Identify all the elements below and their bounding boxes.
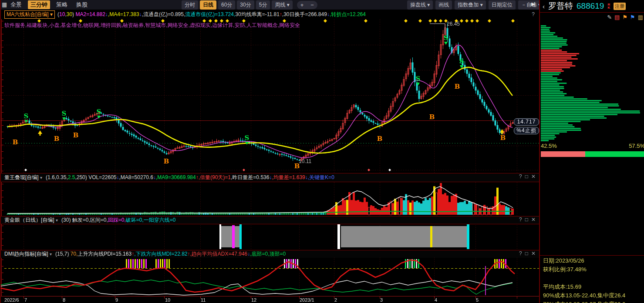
view-tab-switch-stock[interactable]: 换股 (74, 0, 90, 9)
main-chart-canvas[interactable] (1, 19, 539, 173)
period-tab-daily[interactable]: 日线 (200, 0, 216, 10)
x-axis-tick (517, 296, 517, 299)
ratio-green-segment (585, 151, 644, 157)
x-axis-label: 11 (201, 297, 206, 303)
x-axis-tick (62, 296, 62, 299)
flag-blue-icon[interactable]: ⚑ (630, 14, 635, 20)
goldeneye-indicator-values: (30) 触发=0,区间=0,回踩=0,破坏=0,一阳穿六线=0 (61, 216, 175, 224)
period-tab-5min[interactable]: 5分 (256, 0, 270, 10)
dmi-pane-header: DMI趋向指标[自编] ▾ (15,7) 70,上升方向线PDI=15.163↑… (1, 250, 539, 258)
chart-tools-group: 操盘线 ▾画线指数叠加 ▾日期定位－自选 ▾ (407, 0, 544, 10)
edit-pencil-icon[interactable]: ✎ (607, 14, 612, 20)
x-axis-label: 2 (334, 297, 337, 303)
x-axis-label: 12 (251, 297, 256, 303)
dmi-indicator-values: (15,7) 70,上升方向线PDI=15.163↑,下跌方向线MDI=22.8… (55, 250, 286, 258)
register-badge[interactable]: 注册 (614, 3, 626, 10)
help-icon[interactable]: ? (532, 11, 535, 17)
maximize-icon[interactable]: □ (525, 250, 528, 256)
tool-index-overlay[interactable]: 指数叠加 ▾ (455, 0, 486, 10)
chip-info-block: 日期:2023/05/26获利比例:37.48%平均成本:15.6990%成本1… (543, 256, 644, 303)
x-axis-label: 9 (115, 297, 118, 303)
rk-flag: RK (607, 3, 610, 9)
low-price-annotation: 10.11 (299, 158, 311, 164)
last-price-label[interactable]: 14.717 (514, 118, 539, 126)
collapse-panel-icon[interactable]: ▶| (531, 1, 534, 7)
chip-ratio-bar (541, 151, 644, 157)
x-axis-label: 7 (24, 297, 27, 303)
stock-code: 688619 (577, 1, 604, 11)
goldeneye-pane-canvas[interactable] (1, 224, 539, 250)
ratio-red-segment (541, 151, 585, 157)
x-axis-tick (24, 296, 24, 299)
x-axis: 2022/67891011122023/12345 (1, 296, 539, 303)
close-icon[interactable]: ✕ (531, 216, 536, 223)
chip-info-line (543, 274, 644, 283)
tool-draw-line[interactable]: 画线 (435, 0, 452, 10)
flag-orange-icon[interactable]: ⚑ (622, 14, 627, 20)
help-icon[interactable]: ? (519, 250, 522, 256)
help-icon[interactable]: ? (519, 216, 522, 223)
period-tab-fenshi[interactable]: 分时 (182, 0, 198, 10)
panel-divider (540, 255, 644, 256)
goldeneye-indicator-selector[interactable]: 黄金眼（日线）[自编] ▾ (4, 216, 58, 224)
chip-distribution-canvas (541, 24, 644, 142)
panel-icon-row: ✎▤⚑⚑▥ (607, 14, 643, 20)
view-tab-three-min[interactable]: 三分钟 (28, 0, 50, 9)
back-chevron-icon[interactable]: ‹ (543, 3, 545, 10)
x-axis-tick (164, 296, 165, 299)
profit-pct-right: 57.5% (629, 143, 644, 149)
window-grid-icon[interactable]: ▦ (2, 1, 7, 8)
x-axis-label: 4 (435, 297, 437, 303)
help-icon[interactable]: ? (519, 173, 522, 180)
stop-loss-label[interactable]: %4止损 (514, 127, 539, 134)
volume-pane-canvas[interactable] (1, 182, 539, 216)
volume-indicator-selector[interactable]: 量王叠现[自编] ▾ (4, 174, 42, 181)
dmi-pane-canvas[interactable] (1, 258, 539, 296)
stock-name: 罗普特 (548, 0, 573, 12)
stock-header: ‹ 罗普特 688619 RK 注册 (540, 0, 644, 13)
stock-info-panel: ‹ 罗普特 688619 RK 注册 ✎▤⚑⚑▥ 42.5% 57.5% 日期:… (539, 0, 644, 303)
view-tab-group: 全景三分钟策略换股 (8, 0, 90, 10)
x-axis-label: 3 (380, 297, 383, 303)
x-axis-label: 8 (63, 297, 65, 303)
x-axis-label: 5 (476, 297, 479, 303)
volume-indicator-values: (1.6,0.35,2.5,250) VOL=22605↓,MA8=50270.… (46, 174, 334, 181)
volume-pane-header: 量王叠现[自编] ▾ (1.6,0.35,2.5,250) VOL=22605↓… (1, 173, 539, 182)
chip-info-line: 日期:2023/05/26 (543, 256, 644, 265)
view-tab-strategy[interactable]: 策略 (54, 0, 70, 9)
x-axis-label: 2023/1 (300, 297, 314, 303)
tool-trade-line[interactable]: 操盘线 ▾ (407, 0, 433, 10)
zoom-pill: +− (297, 1, 317, 9)
close-icon[interactable]: ✕ (531, 173, 536, 180)
folder-icon[interactable]: ▥ (638, 14, 643, 20)
kline-list-icon[interactable]: ▤ (614, 14, 620, 20)
period-tab-30min[interactable]: 30分 (237, 0, 254, 10)
period-tab-group: 分时日线60分30分5分周线 ▾+− (182, 0, 317, 10)
top-toolbar: ▦ 全景三分钟策略换股 分时日线60分30分5分周线 ▾+− 操盘线 ▾画线指数… (1, 0, 539, 10)
maximize-icon[interactable]: □ (525, 216, 528, 223)
maximize-icon[interactable]: □ (525, 173, 528, 180)
goldeneye-pane-header: 黄金眼（日线）[自编] ▾ (30) 触发=0,区间=0,回踩=0,破坏=0,一… (1, 216, 539, 224)
period-tab-weekly[interactable]: 周线 ▾ (272, 0, 292, 10)
period-tab-60min[interactable]: 60分 (218, 0, 235, 10)
zoom-in-button[interactable]: + (297, 1, 307, 9)
x-axis-label: 2022/6 (4, 297, 19, 303)
chip-info-line: 平均成本:15.69 (543, 283, 644, 291)
chip-info-line: 70%成本13.82-20.97,集中度20.6 (543, 300, 644, 303)
view-tab-panorama[interactable]: 全景 (8, 0, 24, 9)
dmi-indicator-selector[interactable]: DMI趋向指标[自编] ▾ (4, 250, 52, 258)
x-axis-label: 10 (165, 297, 170, 303)
main-indicator-selector[interactable]: MA六线粘合[自编] ▾ (4, 10, 55, 19)
close-icon[interactable]: ✕ (531, 250, 536, 256)
trading-app-window: ▦ 全景三分钟策略换股 分时日线60分30分5分周线 ▾+− 操盘线 ▾画线指数… (0, 0, 644, 303)
chip-info-line: 90%成本13.05-22.40,集中度26.4 (543, 291, 644, 300)
profit-pct-left: 42.5% (541, 143, 557, 149)
main-indicator-values: (10,30) MA2=14.882↓,MA4=17.383↓,流通盘(亿)=0… (57, 11, 366, 18)
zoom-out-button[interactable]: − (307, 1, 317, 9)
chip-info-line: 获利比例:37.48% (543, 265, 644, 274)
tool-date-locate[interactable]: 日期定位 (489, 0, 516, 10)
main-indicator-bar: MA六线粘合[自编] ▾ (10,30) MA2=14.882↓,MA4=17.… (1, 10, 539, 19)
chip-ratio-labels: 42.5% 57.5% (541, 143, 644, 149)
